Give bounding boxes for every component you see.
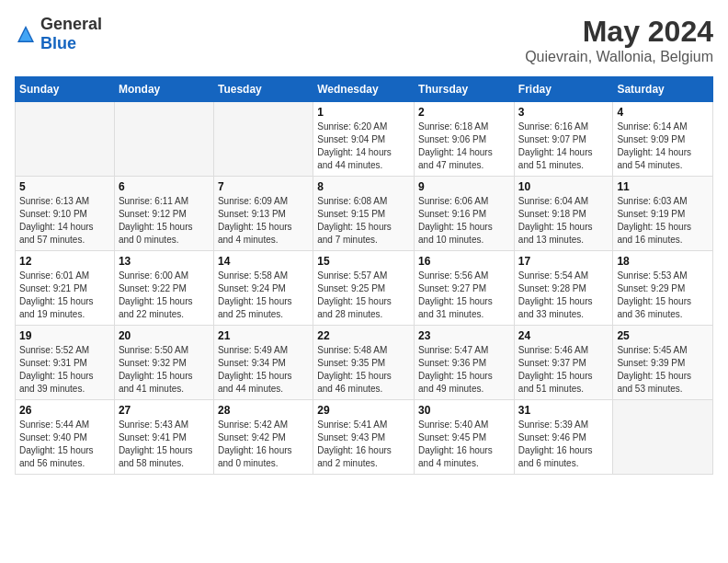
day-info: Sunrise: 5:40 AM Sunset: 9:45 PM Dayligh… [418, 419, 510, 470]
day-number: 24 [518, 329, 609, 342]
day-number: 3 [518, 106, 609, 119]
day-number: 20 [119, 329, 210, 342]
day-info: Sunrise: 6:01 AM Sunset: 9:21 PM Dayligh… [19, 270, 110, 321]
calendar-cell: 14Sunrise: 5:58 AM Sunset: 9:24 PM Dayli… [213, 251, 313, 326]
day-info: Sunrise: 5:50 AM Sunset: 9:32 PM Dayligh… [119, 344, 210, 396]
day-number: 19 [19, 329, 110, 342]
day-info: Sunrise: 6:04 AM Sunset: 9:18 PM Dayligh… [518, 195, 609, 247]
day-number: 1 [317, 106, 410, 119]
day-info: Sunrise: 5:58 AM Sunset: 9:24 PM Dayligh… [218, 270, 309, 321]
day-info: Sunrise: 5:39 AM Sunset: 9:46 PM Dayligh… [518, 419, 609, 470]
calendar-table: SundayMondayTuesdayWednesdayThursdayFrid… [15, 76, 713, 475]
calendar-cell [613, 400, 713, 475]
day-number: 28 [218, 404, 309, 417]
day-info: Sunrise: 5:46 AM Sunset: 9:37 PM Dayligh… [518, 344, 609, 396]
day-number: 27 [119, 404, 210, 417]
day-number: 12 [19, 255, 110, 268]
day-number: 23 [418, 329, 510, 342]
calendar-header-row: SundayMondayTuesdayWednesdayThursdayFrid… [16, 77, 713, 102]
calendar-cell: 5Sunrise: 6:13 AM Sunset: 9:10 PM Daylig… [16, 177, 115, 251]
calendar-cell: 16Sunrise: 5:56 AM Sunset: 9:27 PM Dayli… [415, 251, 515, 326]
calendar-cell: 21Sunrise: 5:49 AM Sunset: 9:34 PM Dayli… [213, 326, 313, 400]
day-info: Sunrise: 5:56 AM Sunset: 9:27 PM Dayligh… [418, 270, 510, 321]
day-info: Sunrise: 6:13 AM Sunset: 9:10 PM Dayligh… [19, 195, 110, 247]
col-header-wednesday: Wednesday [313, 77, 415, 102]
day-info: Sunrise: 5:42 AM Sunset: 9:42 PM Dayligh… [218, 419, 309, 470]
day-number: 29 [317, 404, 410, 417]
day-number: 6 [119, 180, 210, 193]
week-row-2: 5Sunrise: 6:13 AM Sunset: 9:10 PM Daylig… [16, 177, 713, 251]
calendar-cell: 30Sunrise: 5:40 AM Sunset: 9:45 PM Dayli… [415, 400, 515, 475]
day-info: Sunrise: 6:11 AM Sunset: 9:12 PM Dayligh… [119, 195, 210, 247]
week-row-3: 12Sunrise: 6:01 AM Sunset: 9:21 PM Dayli… [16, 251, 713, 326]
day-info: Sunrise: 5:44 AM Sunset: 9:40 PM Dayligh… [19, 419, 110, 470]
day-number: 8 [317, 180, 410, 193]
day-number: 14 [218, 255, 309, 268]
day-info: Sunrise: 6:18 AM Sunset: 9:06 PM Dayligh… [418, 121, 510, 172]
calendar-cell: 17Sunrise: 5:54 AM Sunset: 9:28 PM Dayli… [514, 251, 613, 326]
day-info: Sunrise: 6:03 AM Sunset: 9:19 PM Dayligh… [617, 195, 709, 247]
day-number: 21 [218, 329, 309, 342]
day-info: Sunrise: 5:52 AM Sunset: 9:31 PM Dayligh… [19, 344, 110, 396]
calendar-cell: 10Sunrise: 6:04 AM Sunset: 9:18 PM Dayli… [514, 177, 613, 251]
calendar-cell: 28Sunrise: 5:42 AM Sunset: 9:42 PM Dayli… [213, 400, 313, 475]
week-row-4: 19Sunrise: 5:52 AM Sunset: 9:31 PM Dayli… [16, 326, 713, 400]
calendar-cell: 22Sunrise: 5:48 AM Sunset: 9:35 PM Dayli… [313, 326, 415, 400]
day-info: Sunrise: 5:48 AM Sunset: 9:35 PM Dayligh… [317, 344, 410, 396]
day-info: Sunrise: 6:06 AM Sunset: 9:16 PM Dayligh… [418, 195, 510, 247]
col-header-monday: Monday [114, 77, 213, 102]
calendar-cell: 29Sunrise: 5:41 AM Sunset: 9:43 PM Dayli… [313, 400, 415, 475]
calendar-cell: 25Sunrise: 5:45 AM Sunset: 9:39 PM Dayli… [613, 326, 713, 400]
day-info: Sunrise: 6:14 AM Sunset: 9:09 PM Dayligh… [617, 121, 709, 172]
title-block: May 2024 Quievrain, Wallonia, Belgium [525, 15, 713, 65]
day-number: 30 [418, 404, 510, 417]
calendar-cell: 18Sunrise: 5:53 AM Sunset: 9:29 PM Dayli… [613, 251, 713, 326]
calendar-cell [213, 102, 313, 177]
col-header-thursday: Thursday [415, 77, 515, 102]
day-number: 18 [617, 255, 709, 268]
week-row-1: 1Sunrise: 6:20 AM Sunset: 9:04 PM Daylig… [16, 102, 713, 177]
calendar-title: May 2024 [525, 15, 713, 49]
day-number: 17 [518, 255, 609, 268]
logo-general-text: General [40, 15, 102, 33]
calendar-cell: 6Sunrise: 6:11 AM Sunset: 9:12 PM Daylig… [114, 177, 213, 251]
day-info: Sunrise: 6:00 AM Sunset: 9:22 PM Dayligh… [119, 270, 210, 321]
day-number: 4 [617, 106, 709, 119]
day-number: 22 [317, 329, 410, 342]
logo-icon [15, 23, 37, 45]
calendar-cell: 1Sunrise: 6:20 AM Sunset: 9:04 PM Daylig… [313, 102, 415, 177]
day-info: Sunrise: 6:16 AM Sunset: 9:07 PM Dayligh… [518, 121, 609, 172]
calendar-cell: 24Sunrise: 5:46 AM Sunset: 9:37 PM Dayli… [514, 326, 613, 400]
calendar-subtitle: Quievrain, Wallonia, Belgium [525, 49, 713, 65]
day-number: 13 [119, 255, 210, 268]
calendar-cell: 20Sunrise: 5:50 AM Sunset: 9:32 PM Dayli… [114, 326, 213, 400]
col-header-tuesday: Tuesday [213, 77, 313, 102]
calendar-cell [114, 102, 213, 177]
day-number: 7 [218, 180, 309, 193]
day-info: Sunrise: 5:47 AM Sunset: 9:36 PM Dayligh… [418, 344, 510, 396]
day-number: 5 [19, 180, 110, 193]
calendar-cell: 3Sunrise: 6:16 AM Sunset: 9:07 PM Daylig… [514, 102, 613, 177]
day-number: 9 [418, 180, 510, 193]
calendar-cell: 4Sunrise: 6:14 AM Sunset: 9:09 PM Daylig… [613, 102, 713, 177]
calendar-cell: 11Sunrise: 6:03 AM Sunset: 9:19 PM Dayli… [613, 177, 713, 251]
calendar-cell: 15Sunrise: 5:57 AM Sunset: 9:25 PM Dayli… [313, 251, 415, 326]
calendar-cell: 31Sunrise: 5:39 AM Sunset: 9:46 PM Dayli… [514, 400, 613, 475]
calendar-cell: 7Sunrise: 6:09 AM Sunset: 9:13 PM Daylig… [213, 177, 313, 251]
day-number: 10 [518, 180, 609, 193]
day-info: Sunrise: 6:08 AM Sunset: 9:15 PM Dayligh… [317, 195, 410, 247]
calendar-cell: 19Sunrise: 5:52 AM Sunset: 9:31 PM Dayli… [16, 326, 115, 400]
day-info: Sunrise: 6:20 AM Sunset: 9:04 PM Dayligh… [317, 121, 410, 172]
calendar-cell: 12Sunrise: 6:01 AM Sunset: 9:21 PM Dayli… [16, 251, 115, 326]
day-info: Sunrise: 5:57 AM Sunset: 9:25 PM Dayligh… [317, 270, 410, 321]
day-info: Sunrise: 5:41 AM Sunset: 9:43 PM Dayligh… [317, 419, 410, 470]
day-number: 11 [617, 180, 709, 193]
col-header-friday: Friday [514, 77, 613, 102]
day-number: 15 [317, 255, 410, 268]
week-row-5: 26Sunrise: 5:44 AM Sunset: 9:40 PM Dayli… [16, 400, 713, 475]
logo: General Blue [15, 15, 102, 53]
day-number: 16 [418, 255, 510, 268]
calendar-cell: 2Sunrise: 6:18 AM Sunset: 9:06 PM Daylig… [415, 102, 515, 177]
page-header: General Blue May 2024 Quievrain, Walloni… [15, 15, 713, 65]
day-number: 25 [617, 329, 709, 342]
